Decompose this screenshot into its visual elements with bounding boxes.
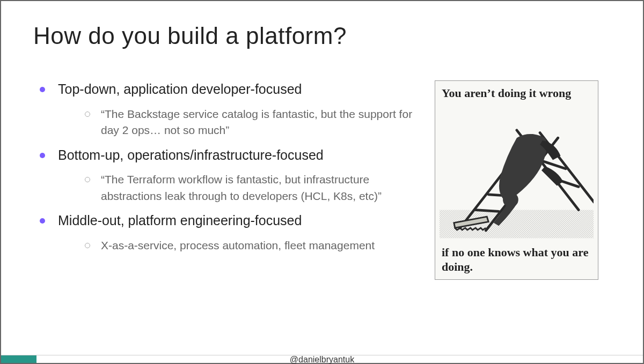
sub-list: X-as-a-service, process automation, flee… [58,237,425,254]
slide-title: How do you build a platform? [33,23,611,49]
bullet-heading: Bottom-up, operations/infrastructure-foc… [58,147,324,162]
meme-bottom-text: if no one knows what you are doing. [442,246,591,274]
meme-illustration [435,117,598,241]
author-handle: @danielbryantuk [1,355,643,364]
bullet-item: Middle-out, platform engineering-focused… [33,212,425,254]
sub-item: “The Backstage service catalog is fantas… [83,106,425,139]
bullet-heading: Middle-out, platform engineering-focused [58,213,302,228]
meme-card: You aren’t doing it wrong [435,80,598,280]
bullet-heading: Top-down, application developer-focused [58,81,302,96]
slide-footer: @danielbryantuk [1,348,643,363]
engraving-icon [440,117,594,241]
right-column: You aren’t doing it wrong [435,80,598,280]
slide: How do you build a platform? Top-down, a… [0,0,644,364]
bullet-list: Top-down, application developer-focused … [33,80,425,254]
sub-item: “The Terraform workflow is fantastic, bu… [83,172,425,204]
sub-list: “The Terraform workflow is fantastic, bu… [58,172,425,204]
bullet-item: Top-down, application developer-focused … [33,80,425,139]
sub-item: X-as-a-service, process automation, flee… [83,237,425,254]
content-row: Top-down, application developer-focused … [33,80,611,280]
left-column: Top-down, application developer-focused … [33,80,425,261]
svg-line-5 [475,210,499,212]
meme-top-text: You aren’t doing it wrong [442,86,591,100]
sub-list: “The Backstage service catalog is fantas… [58,106,425,139]
bullet-item: Bottom-up, operations/infrastructure-foc… [33,146,425,205]
